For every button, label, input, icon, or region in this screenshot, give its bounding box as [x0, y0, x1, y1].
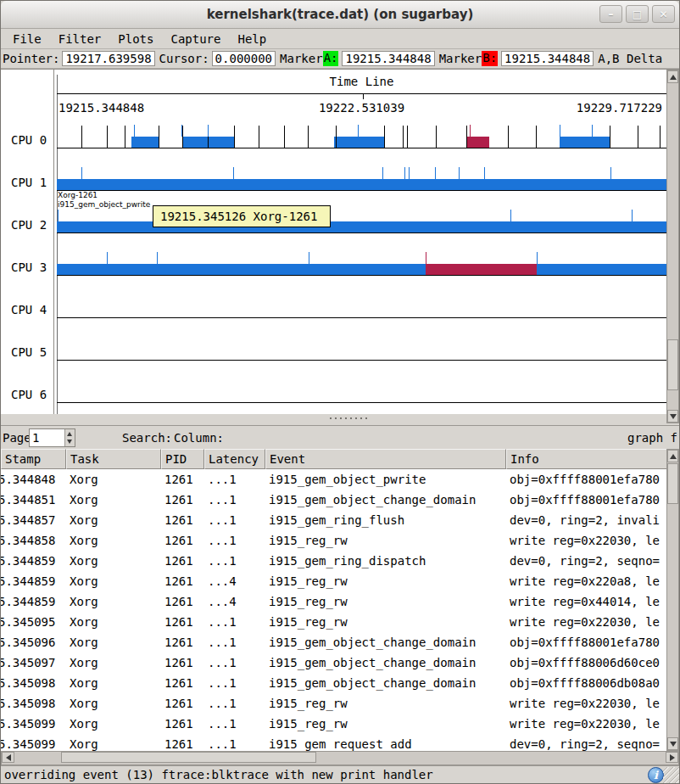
cpu-1-event-tick[interactable]	[409, 167, 410, 179]
cpu-0-event-tick[interactable]	[358, 125, 359, 137]
column-header-pid[interactable]: PID	[161, 449, 204, 469]
table-scroll-down-button[interactable]	[667, 737, 678, 750]
page-spinner[interactable]: 1	[29, 428, 75, 447]
page-spinner-buttons[interactable]	[64, 429, 75, 446]
table-row[interactable]: 5.345098Xorg1261...1i915_gem_object_chan…	[1, 673, 667, 693]
cpu-0-event-tick[interactable]	[610, 126, 610, 148]
table-row[interactable]: 5.345098Xorg1261...1i915_reg_rwwrite reg…	[1, 693, 667, 714]
cpu-0-event-tick[interactable]	[159, 126, 159, 148]
cpu-0-event-tick[interactable]	[470, 125, 471, 137]
table-vscrollbar[interactable]	[666, 449, 679, 751]
table-row[interactable]: 5.345097Xorg1261...1i915_gem_object_chan…	[1, 652, 667, 673]
cpu-3-task-bar[interactable]	[426, 264, 537, 275]
cpu-3-event-tick[interactable]	[309, 252, 309, 264]
menu-item-capture[interactable]: Capture	[169, 31, 222, 48]
graph-scroll-up-button[interactable]	[667, 70, 678, 83]
cpu-0-event-tick[interactable]	[308, 126, 309, 148]
cpu-3-event-tick[interactable]	[537, 252, 538, 264]
cpu-0-task-bar[interactable]	[334, 137, 384, 148]
cpu-0-task-bar[interactable]	[131, 137, 159, 148]
column-header-event[interactable]: Event	[265, 449, 506, 469]
cpu-0-event-tick[interactable]	[592, 125, 593, 137]
cpu-2-task-bar[interactable]	[57, 221, 666, 232]
table-scroll-up-button[interactable]	[667, 450, 678, 462]
cpu-0-event-tick[interactable]	[284, 126, 285, 148]
column-header-stamp[interactable]: Stamp	[1, 449, 66, 469]
cpu-0-event-tick[interactable]	[384, 126, 385, 148]
cpu-0-event-tick[interactable]	[407, 126, 408, 148]
graph-vscroll-thumb[interactable]	[667, 339, 678, 390]
cpu-1-event-tick[interactable]	[459, 167, 460, 179]
cpu-0-event-tick[interactable]	[234, 126, 235, 148]
cpu-0-task-bar[interactable]	[466, 137, 489, 148]
menu-item-help[interactable]: Help	[236, 31, 268, 48]
resize-grip[interactable]	[663, 767, 679, 783]
cpu-0-event-tick[interactable]	[403, 126, 404, 148]
table-row[interactable]: 5.344859Xorg1261...4i915_reg_rwwrite reg…	[1, 591, 667, 612]
table-row[interactable]: 5.345099Xorg1261...1i915_reg_rwwrite reg…	[1, 714, 667, 734]
menu-item-plots[interactable]: Plots	[116, 31, 155, 48]
cpu-0-event-tick[interactable]	[508, 126, 509, 148]
cpu-1-event-tick[interactable]	[233, 167, 234, 179]
cpu-3-event-tick[interactable]	[107, 252, 108, 264]
pane-splitter[interactable]	[1, 414, 679, 425]
table-row[interactable]: 5.345099Xorg1261...1i915_gem_request_add…	[1, 734, 667, 751]
menu-item-filter[interactable]: Filter	[57, 31, 103, 48]
table-row[interactable]: 5.344859Xorg1261...1i915_gem_ring_dispat…	[1, 551, 667, 571]
cpu-2-event-tick[interactable]	[58, 210, 59, 221]
table-row[interactable]: 5.344851Xorg1261...1i915_gem_object_chan…	[1, 490, 667, 510]
cpu-0-event-tick[interactable]	[536, 126, 537, 148]
cpu-3-event-tick[interactable]	[426, 252, 426, 264]
cpu-0-event-tick[interactable]	[125, 126, 125, 148]
graph-scroll-down-button[interactable]	[667, 410, 678, 423]
table-row[interactable]: 5.344857Xorg1261...1i915_gem_ring_flushd…	[1, 510, 667, 530]
cpu-0-event-tick[interactable]	[638, 126, 638, 148]
maximize-button[interactable]: □	[626, 5, 649, 23]
table-row[interactable]: 5.345096Xorg1261...1i915_gem_object_chan…	[1, 632, 667, 652]
table-row[interactable]: 5.344848Xorg1261...1i915_gem_object_pwri…	[1, 469, 667, 490]
marker-b-chip[interactable]: B:	[482, 51, 498, 66]
column-header-latency[interactable]: Latency	[204, 449, 265, 469]
close-button[interactable]: ✕	[652, 5, 675, 23]
table-row[interactable]: 5.344859Xorg1261...4i915_reg_rwwrite reg…	[1, 571, 667, 591]
table-scroll-left-button[interactable]	[2, 752, 14, 763]
cpu-0-event-tick[interactable]	[182, 126, 183, 148]
cpu-0-event-tick[interactable]	[336, 126, 337, 148]
table-scroll-right-button[interactable]	[666, 752, 678, 763]
table-row[interactable]: 5.344858Xorg1261...1i915_reg_rwwrite reg…	[1, 530, 667, 551]
table-vscroll-thumb[interactable]	[667, 463, 678, 504]
table-hscrollbar[interactable]	[1, 751, 679, 765]
cpu-1-event-tick[interactable]	[404, 167, 405, 179]
marker-a-chip[interactable]: A:	[323, 51, 339, 66]
cpu-0-event-tick[interactable]	[660, 126, 660, 148]
cpu-0-event-tick[interactable]	[466, 126, 467, 148]
timeline-pane[interactable]: Time Line 19215.344848 19222.531039 1922…	[1, 69, 679, 414]
cpu-0-event-tick[interactable]	[107, 126, 108, 148]
cpu-1-event-tick[interactable]	[81, 167, 82, 179]
cpu-1-event-tick[interactable]	[435, 167, 436, 179]
cpu-2-event-tick[interactable]	[632, 210, 633, 221]
info-icon[interactable]: i	[648, 767, 664, 783]
minimize-button[interactable]: –	[599, 5, 622, 23]
cpu-0-event-tick[interactable]	[134, 125, 135, 137]
cpu-0-event-tick[interactable]	[181, 125, 182, 137]
cpu-1-event-tick[interactable]	[382, 167, 383, 179]
column-header-task[interactable]: Task	[66, 449, 161, 469]
cpu-3-task-bar[interactable]	[57, 264, 666, 275]
titlebar[interactable]: kernelshark(trace.dat) (on sugarbay) – □…	[1, 1, 679, 29]
cpu-0-task-bar[interactable]	[560, 137, 610, 148]
cpu-1-task-bar[interactable]	[57, 179, 666, 190]
cpu-2-event-tick[interactable]	[510, 210, 511, 221]
cpu-1-event-tick[interactable]	[484, 167, 485, 179]
cpu-3-event-tick[interactable]	[157, 252, 158, 264]
cpu-0-event-tick[interactable]	[436, 126, 437, 148]
cpu-0-event-tick[interactable]	[259, 126, 259, 148]
cpu-1-event-tick[interactable]	[610, 167, 611, 179]
graph-vscrollbar[interactable]	[666, 70, 679, 423]
menu-item-file[interactable]: File	[11, 31, 43, 48]
cpu-0-event-tick[interactable]	[560, 125, 560, 137]
cpu-0-event-tick[interactable]	[81, 126, 82, 148]
cpu-0-event-tick[interactable]	[208, 125, 209, 137]
table-row[interactable]: 5.345095Xorg1261...1i915_reg_rwwrite reg…	[1, 612, 667, 632]
table-hscroll-thumb[interactable]	[61, 752, 316, 763]
